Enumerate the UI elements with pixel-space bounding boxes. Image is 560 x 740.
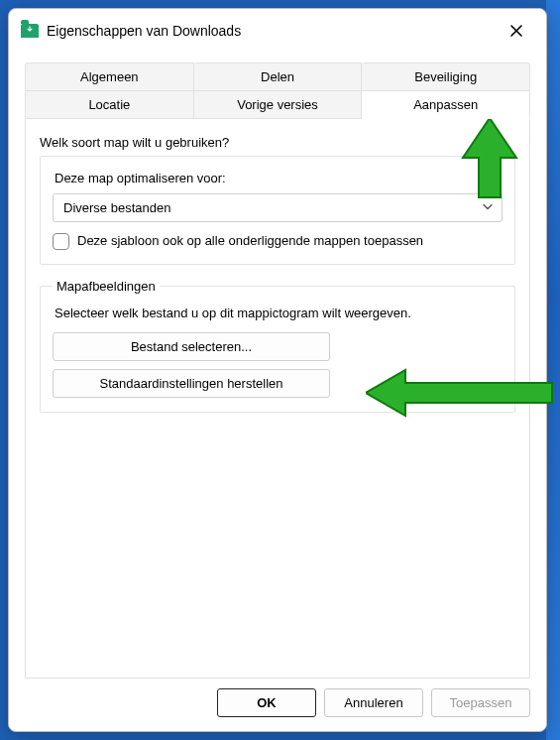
tab-aanpassen[interactable]: Aanpassen xyxy=(362,90,530,119)
folder-download-icon xyxy=(21,24,39,38)
mapimages-fieldset: Mapafbeeldingen Selecteer welk bestand u… xyxy=(40,279,515,413)
properties-dialog: Eigenschappen van Downloads Algemeen Del… xyxy=(8,8,547,732)
tab-algemeen[interactable]: Algemeen xyxy=(25,62,194,90)
choose-file-button[interactable]: Bestand selecteren... xyxy=(53,332,330,361)
tab-locatie[interactable]: Locatie xyxy=(25,90,194,119)
mapimages-legend: Mapafbeeldingen xyxy=(53,279,160,294)
optimize-select-value: Diverse bestanden xyxy=(63,200,170,215)
titlebar: Eigenschappen van Downloads xyxy=(9,9,546,51)
tab-beveiliging[interactable]: Beveiliging xyxy=(362,62,530,90)
restore-defaults-button[interactable]: Standaardinstellingen herstellen xyxy=(53,369,330,398)
mapimages-desc: Selecteer welk bestand u op dit mappicto… xyxy=(55,306,503,320)
desktop-background-strip xyxy=(546,0,560,740)
close-button[interactable] xyxy=(497,17,536,45)
window-title: Eigenschappen van Downloads xyxy=(47,23,241,39)
ok-button[interactable]: OK xyxy=(217,688,316,717)
optimize-select[interactable]: Diverse bestanden xyxy=(53,193,503,222)
tab-strip: Algemeen Delen Beveiliging Locatie Vorig… xyxy=(25,62,530,119)
dialog-footer: OK Annuleren Toepassen xyxy=(9,678,546,731)
tab-delen[interactable]: Delen xyxy=(194,62,363,90)
optimize-label: Deze map optimaliseren voor: xyxy=(55,171,503,185)
apply-button[interactable]: Toepassen xyxy=(431,688,530,717)
chevron-down-icon xyxy=(482,200,494,215)
apply-subfolders-checkbox[interactable] xyxy=(53,233,69,250)
cancel-button[interactable]: Annuleren xyxy=(324,688,423,717)
optimize-fieldset: Deze map optimaliseren voor: Diverse bes… xyxy=(40,156,515,265)
tab-panel-aanpassen: Welk soort map wilt u gebruiken? Deze ma… xyxy=(25,118,530,678)
customize-heading: Welk soort map wilt u gebruiken? xyxy=(40,135,515,150)
dialog-content: Algemeen Delen Beveiliging Locatie Vorig… xyxy=(9,51,546,678)
close-icon xyxy=(509,24,523,38)
apply-subfolders-label: Deze sjabloon ook op alle onderliggende … xyxy=(77,232,423,250)
tab-vorige-versies[interactable]: Vorige versies xyxy=(194,90,363,119)
